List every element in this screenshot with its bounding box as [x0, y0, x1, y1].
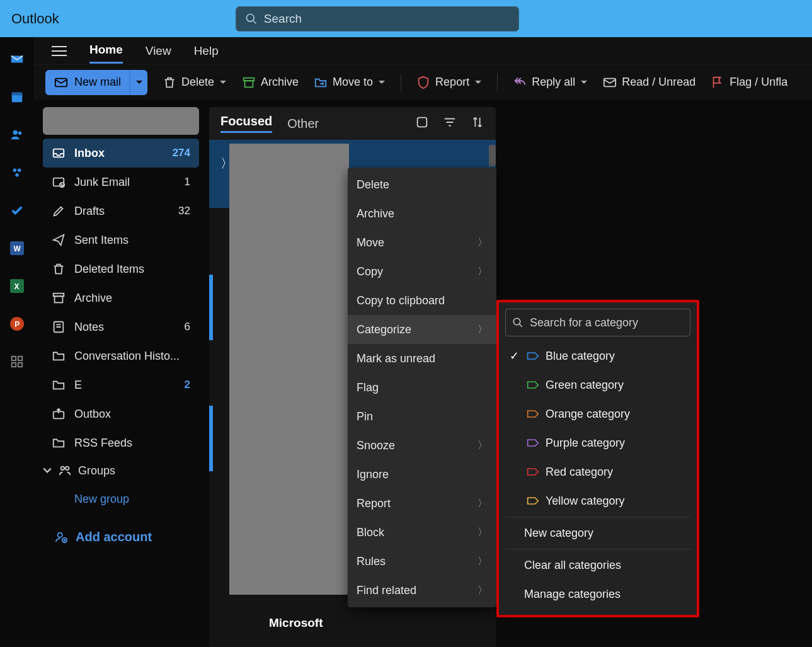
rail-apps-icon[interactable]: [8, 352, 26, 371]
folder-archive[interactable]: Archive: [43, 283, 199, 312]
flag-label: Flag / Unfla: [729, 76, 787, 89]
categorize-submenu: Search for a category ✓ Blue category Gr…: [496, 300, 699, 617]
ctx-flag[interactable]: Flag: [348, 373, 496, 402]
rail-groups-icon[interactable]: [8, 163, 26, 182]
ctx-archive[interactable]: Archive: [348, 199, 496, 228]
folder-label: E: [74, 379, 82, 392]
rail-excel-icon[interactable]: X: [8, 277, 26, 295]
message-sender: Microsoft: [269, 616, 323, 630]
moveto-button[interactable]: Move to: [314, 76, 386, 89]
sent-icon: [52, 233, 66, 247]
chevron-down-icon: [474, 79, 482, 86]
ctx-label: Report: [357, 497, 391, 510]
toolbar-separator: [401, 74, 401, 91]
ctx-copy-clipboard[interactable]: Copy to clipboard: [348, 286, 496, 315]
ctx-delete[interactable]: Delete: [348, 170, 496, 199]
category-green[interactable]: Green category: [505, 370, 690, 399]
rail-calendar-icon[interactable]: [8, 88, 26, 106]
rail-mail-icon[interactable]: [8, 50, 26, 69]
flag-button[interactable]: Flag / Unfla: [711, 76, 787, 89]
category-blue[interactable]: ✓ Blue category: [505, 341, 690, 370]
scrollbar-thumb[interactable]: [489, 145, 496, 166]
ctx-ignore[interactable]: Ignore: [348, 460, 496, 489]
folder-count: 274: [173, 147, 190, 159]
ctx-block[interactable]: Block〉: [348, 518, 496, 547]
folder-drafts[interactable]: Drafts 32: [43, 197, 199, 226]
ctx-pin[interactable]: Pin: [348, 402, 496, 431]
folder-move-icon: [314, 76, 328, 89]
category-red[interactable]: Red category: [505, 457, 690, 486]
rail-word-icon[interactable]: W: [8, 239, 26, 258]
search-box[interactable]: Search: [236, 6, 519, 31]
folder-count: 1: [185, 176, 190, 188]
new-group-link[interactable]: New group: [43, 484, 199, 515]
ctx-mark-unread[interactable]: Mark as unread: [348, 344, 496, 373]
tab-help[interactable]: Help: [194, 39, 219, 63]
folder-deleted[interactable]: Deleted Items: [43, 255, 199, 283]
ctx-categorize[interactable]: Categorize〉: [348, 315, 496, 344]
category-yellow[interactable]: Yellow category: [505, 486, 690, 515]
folder-count: 2: [185, 379, 190, 391]
select-mode-icon[interactable]: [415, 115, 429, 132]
search-icon: [512, 317, 523, 328]
category-search[interactable]: Search for a category: [505, 309, 690, 336]
mail-icon: [54, 76, 68, 89]
chevron-right-icon: 〉: [477, 555, 488, 568]
ctx-copy[interactable]: Copy〉: [348, 257, 496, 286]
category-clear[interactable]: Clear all categories: [505, 551, 690, 580]
replyall-button[interactable]: Reply all: [513, 76, 588, 89]
category-new[interactable]: New category: [505, 518, 690, 547]
svg-point-31: [61, 467, 65, 471]
readunread-button[interactable]: Read / Unread: [603, 76, 695, 89]
ctx-move[interactable]: Move〉: [348, 228, 496, 257]
category-orange[interactable]: Orange category: [505, 399, 690, 428]
tab-view[interactable]: View: [146, 39, 171, 63]
chevron-right-icon: 〉: [477, 584, 488, 597]
folder-count: 32: [178, 205, 190, 217]
account-header[interactable]: [43, 107, 199, 135]
sort-icon[interactable]: [471, 115, 484, 132]
category-label: Red category: [546, 466, 613, 479]
svg-rect-19: [52, 55, 67, 56]
ctx-report[interactable]: Report〉: [348, 489, 496, 518]
folder-notes[interactable]: Notes 6: [43, 312, 199, 341]
folder-rss[interactable]: RSS Feeds: [43, 428, 199, 457]
search-placeholder: Search: [264, 12, 302, 26]
rail-people-icon[interactable]: [8, 125, 26, 144]
hamburger-icon[interactable]: [52, 43, 67, 59]
tab-focused[interactable]: Focused: [220, 114, 272, 133]
folder-outbox[interactable]: Outbox: [43, 399, 199, 428]
delete-button[interactable]: Delete: [163, 76, 227, 89]
category-manage[interactable]: Manage categories: [505, 580, 690, 609]
folder-groups[interactable]: Groups: [43, 457, 199, 484]
unread-strip: [209, 406, 213, 471]
ctx-find-related[interactable]: Find related〉: [348, 576, 496, 605]
report-button[interactable]: Report: [416, 76, 482, 89]
folder-junk[interactable]: Junk Email 1: [43, 168, 199, 197]
trash-icon: [52, 262, 66, 276]
chevron-right-icon: 〉: [477, 526, 488, 539]
new-mail-dropdown[interactable]: [130, 70, 147, 95]
folder-e[interactable]: E 2: [43, 370, 199, 399]
archive-button[interactable]: Archive: [242, 76, 299, 89]
report-label: Report: [435, 76, 469, 89]
new-mail-button[interactable]: New mail: [45, 76, 130, 89]
folder-sent[interactable]: Sent Items: [43, 226, 199, 255]
ctx-label: Rules: [357, 555, 386, 568]
rail-powerpoint-icon[interactable]: P: [8, 314, 26, 333]
add-account-button[interactable]: Add account: [43, 515, 199, 544]
folder-conversation-history[interactable]: Conversation Histo...: [43, 341, 199, 370]
folder-inbox[interactable]: Inbox 274: [43, 139, 199, 168]
rail-todo-icon[interactable]: [8, 201, 26, 220]
svg-point-5: [18, 169, 21, 173]
menu-separator: [505, 549, 690, 549]
folder-label: Outbox: [74, 408, 111, 421]
tag-icon: [527, 409, 539, 419]
tab-other[interactable]: Other: [287, 117, 319, 131]
ctx-snooze[interactable]: Snooze〉: [348, 431, 496, 460]
category-purple[interactable]: Purple category: [505, 428, 690, 457]
ctx-label: Archive: [357, 207, 394, 220]
tab-home[interactable]: Home: [89, 38, 123, 64]
ctx-rules[interactable]: Rules〉: [348, 547, 496, 576]
filter-icon[interactable]: [443, 115, 457, 132]
